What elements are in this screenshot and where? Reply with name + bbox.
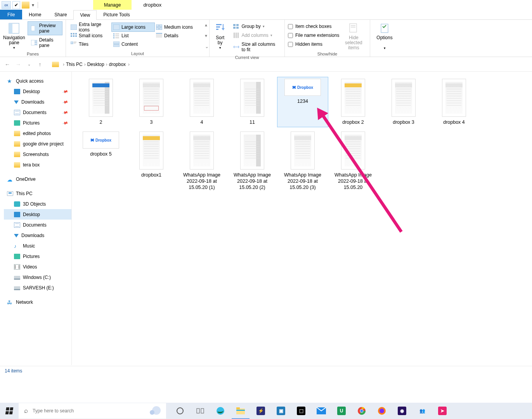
taskbar-firefox-icon[interactable] [372, 403, 392, 419]
tab-view[interactable]: View [73, 10, 97, 20]
taskbar-mail-icon[interactable] [311, 403, 331, 419]
taskbar-store-icon[interactable]: ▣ [271, 403, 291, 419]
layout-tiles[interactable]: Tiles [69, 40, 112, 48]
tree-documents[interactable]: Documents [4, 220, 71, 230]
tree-desktop[interactable]: Desktop [4, 209, 71, 220]
tree-qa-downloads[interactable]: Downloads📌 [4, 97, 71, 107]
svg-rect-34 [113, 45, 120, 47]
back-button[interactable]: ← [3, 60, 12, 69]
file-item[interactable]: dropbox 2 [328, 77, 378, 127]
tree-3d-objects[interactable]: 3D Objects [4, 199, 71, 209]
file-item[interactable]: WhatsApp Image 2022-09-18 at 15.05.20 [328, 130, 378, 192]
taskbar-cortana-icon[interactable] [170, 403, 190, 419]
item-checkboxes-toggle[interactable]: Item check boxes [288, 22, 339, 31]
tab-share[interactable]: Share [48, 10, 73, 19]
svg-rect-26 [156, 33, 162, 34]
file-item[interactable]: 2 [76, 77, 126, 127]
tab-file[interactable]: File [0, 10, 22, 19]
start-button[interactable] [0, 403, 19, 419]
taskbar-app-pink-icon[interactable]: ➤ [432, 403, 452, 419]
hidden-items-toggle[interactable]: Hidden items [288, 40, 339, 48]
file-item[interactable]: 4 [177, 77, 227, 127]
crumb-this-pc[interactable]: This PC [66, 62, 83, 67]
file-item[interactable]: Dropbox1234 [277, 77, 328, 127]
svg-rect-42 [234, 33, 235, 38]
up-button[interactable]: ↑ [36, 60, 44, 69]
tree-qa-google-drive[interactable]: google drive project [4, 139, 71, 149]
tree-drive-c[interactable]: Windows (C:) [4, 272, 71, 282]
tree-network[interactable]: 🖧Network [4, 297, 71, 307]
file-item[interactable]: dropbox 4 [429, 77, 479, 127]
tree-downloads[interactable]: Downloads [4, 230, 71, 241]
layout-details[interactable]: Details [154, 31, 201, 40]
tree-qa-screenshots[interactable]: Screenshots [4, 149, 71, 159]
tree-quick-access[interactable]: ★Quick access [4, 76, 71, 86]
tree-pictures[interactable]: Pictures [4, 251, 71, 261]
tree-drive-e[interactable]: SARVESH (E:) [4, 282, 71, 293]
file-item[interactable]: 3 [126, 77, 177, 127]
file-item[interactable]: dropbox 3 [378, 77, 429, 127]
context-tab-manage[interactable]: Manage [93, 0, 132, 10]
layout-list[interactable]: List [112, 31, 154, 40]
group-by-button[interactable]: Group by ▾ [230, 22, 281, 31]
breadcrumb-folder-icon[interactable] [52, 62, 59, 67]
taskbar-dropbox-icon[interactable]: ⬚ [291, 403, 311, 419]
taskbar-chrome-icon[interactable] [352, 403, 372, 419]
tree-videos[interactable]: Videos [4, 261, 71, 272]
taskbar-task-view-icon[interactable] [190, 403, 210, 419]
tree-qa-edited-photos[interactable]: edited photos [4, 128, 71, 139]
layout-small[interactable]: Small icons [69, 31, 112, 40]
file-extensions-toggle[interactable]: File name extensions [288, 31, 339, 40]
tab-picture-tools[interactable]: Picture Tools [97, 10, 136, 19]
qat-dropdown-icon[interactable]: ▾ [31, 2, 35, 8]
crumb-desktop[interactable]: Desktop [87, 62, 104, 67]
tree-qa-documents[interactable]: Documents📌 [4, 107, 71, 118]
tab-home[interactable]: Home [22, 10, 48, 19]
size-columns-button[interactable]: Size all columns to fit [230, 40, 281, 54]
taskbar-explorer-icon[interactable] [230, 403, 251, 419]
layout-scroll-up-icon[interactable]: ▴ [205, 22, 209, 28]
file-item[interactable]: WhatsApp Image 2022-09-18 at 15.05.20 (3… [277, 130, 328, 192]
layout-medium[interactable]: Medium icons [154, 23, 201, 31]
svg-rect-47 [351, 27, 355, 28]
qat-folder-icon[interactable] [22, 2, 29, 9]
cortana-icon [137, 405, 161, 417]
file-item[interactable]: 11 [227, 77, 277, 127]
content-pane[interactable]: 23411Dropbox1234dropbox 2dropbox 3dropbo… [72, 72, 532, 365]
tree-onedrive[interactable]: ☁OneDrive [4, 174, 71, 184]
tree-qa-terabox[interactable]: tera box [4, 159, 71, 170]
navigation-pane-button[interactable]: Navigation pane▾ [3, 21, 25, 50]
taskbar-app-green-icon[interactable]: U [331, 403, 352, 419]
taskbar-teams-icon[interactable]: 👥 [412, 403, 432, 419]
sort-by-button[interactable]: Sort by▾ [213, 21, 227, 50]
tree-qa-pictures[interactable]: Pictures📌 [4, 118, 71, 128]
tree-this-pc[interactable]: This PC [4, 188, 71, 199]
taskbar-search[interactable]: ⌕ Type here to search [19, 403, 166, 419]
file-name: WhatsApp Image 2022-09-18 at 15.05.20 (1… [178, 172, 226, 190]
svg-rect-3 [35, 26, 37, 31]
details-pane-button[interactable]: Details pane [28, 36, 62, 50]
file-item[interactable]: dropbox1 [126, 130, 177, 192]
preview-pane-button[interactable]: Preview pane [28, 21, 62, 35]
svg-rect-13 [159, 28, 162, 30]
layout-large[interactable]: Large icons [112, 23, 154, 31]
recent-locations-button[interactable]: ⌄ [25, 60, 33, 69]
taskbar-edge-icon[interactable] [210, 403, 230, 419]
tree-qa-desktop[interactable]: Desktop📌 [4, 86, 71, 97]
layout-content[interactable]: Content [112, 40, 154, 48]
crumb-dropbox[interactable]: dropbox [109, 62, 126, 67]
taskbar-app-blue-icon[interactable]: ⚡ [251, 403, 271, 419]
file-item[interactable]: Dropboxdropbox 5 [76, 130, 126, 192]
file-name: 3 [150, 119, 153, 125]
qat-checkbox[interactable]: ✔ [12, 1, 20, 9]
layout-extra-large[interactable]: Extra large icons [69, 23, 112, 31]
tree-music[interactable]: ♪Music [4, 241, 71, 251]
status-bar: 14 items [0, 366, 532, 375]
layout-expand-icon[interactable]: ⌄ [205, 44, 209, 49]
file-item[interactable]: WhatsApp Image 2022-09-18 at 15.05.20 (1… [177, 130, 227, 192]
taskbar-app-purple-icon[interactable]: ◉ [392, 403, 412, 419]
qat-app-icon[interactable]: ox [2, 1, 11, 9]
file-item[interactable]: WhatsApp Image 2022-09-18 at 15.05.20 (2… [227, 130, 277, 192]
options-button[interactable]: Options▾ [373, 21, 396, 51]
layout-scroll-down-icon[interactable]: ▾ [205, 33, 209, 38]
